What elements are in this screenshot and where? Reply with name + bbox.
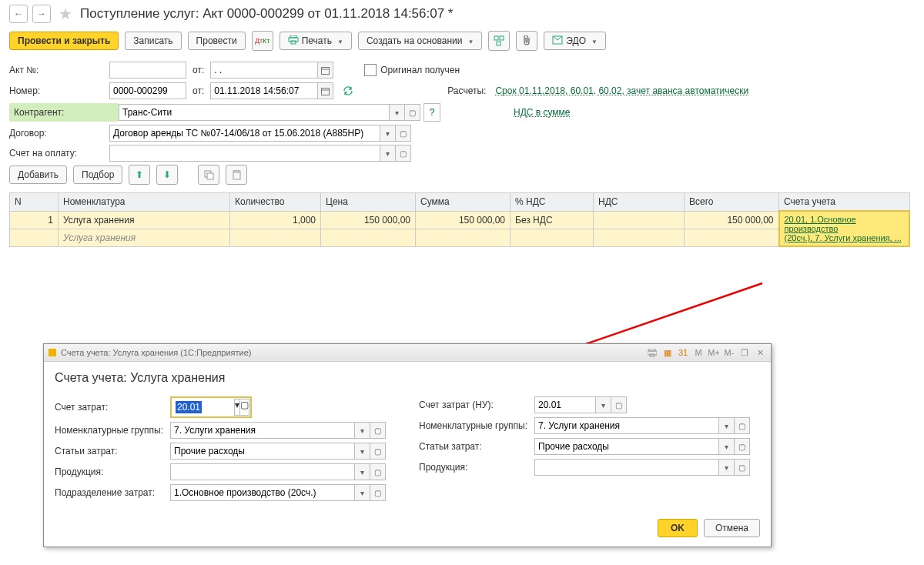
col-nomen[interactable]: Номенклатура (59, 193, 230, 212)
open-icon[interactable]: ▢ (735, 459, 750, 476)
favorite-star-icon[interactable]: ★ (59, 5, 72, 23)
attachment-icon[interactable] (516, 31, 537, 51)
dropdown-icon[interactable]: ▾ (380, 125, 396, 142)
dropdown-icon[interactable]: ▾ (355, 443, 370, 460)
svg-rect-4 (500, 36, 504, 40)
dlg-close-icon[interactable]: ✕ (754, 346, 766, 359)
refresh-icon[interactable] (338, 82, 358, 100)
dlg-mplus-icon[interactable]: M+ (708, 346, 720, 359)
open-icon[interactable]: ▢ (370, 463, 386, 480)
nds-link[interactable]: НДС в сумме (514, 107, 571, 118)
col-accounts[interactable]: Счета учета (779, 193, 910, 212)
cell-accounts[interactable]: 20.01, 1.Основное производство (20сч.), … (779, 211, 910, 246)
cell-sum: 150 000,00 (416, 211, 511, 229)
col-n[interactable]: N (10, 193, 59, 212)
open-icon[interactable]: ▢ (396, 145, 411, 162)
col-qty[interactable]: Количество (230, 193, 321, 212)
contract-input[interactable] (109, 125, 380, 142)
number-input[interactable] (109, 82, 186, 99)
counterparty-label: Контрагент: (9, 103, 119, 122)
print-button[interactable]: Печать (280, 32, 352, 50)
move-up-icon[interactable]: ⬆ (129, 165, 150, 185)
paste-icon[interactable] (226, 165, 247, 185)
structure-icon[interactable] (488, 31, 510, 51)
dropdown-icon[interactable]: ▾ (390, 104, 405, 121)
open-icon[interactable]: ▢ (370, 443, 386, 460)
col-sum[interactable]: Сумма (416, 193, 511, 212)
invoice-input[interactable] (109, 145, 380, 162)
create-based-button[interactable]: Создать на основании (358, 32, 482, 50)
original-received-checkbox[interactable]: Оригинал получен (364, 64, 460, 76)
open-icon[interactable]: ▢ (611, 396, 627, 413)
cell-nomen: Услуга хранения (59, 211, 230, 229)
post-and-close-button[interactable]: Провести и закрыть (9, 32, 119, 50)
dropdown-icon[interactable]: ▾ (355, 422, 370, 439)
table-row[interactable]: 1 Услуга хранения 1,000 150 000,00 150 0… (10, 211, 910, 229)
dialog-window-title: Счета учета: Услуга хранения (1С:Предпри… (61, 348, 252, 357)
dropdown-icon[interactable]: ▾ (719, 417, 735, 434)
dt-kt-icon[interactable]: ДтКт (252, 31, 273, 51)
nomen-grp-nu-input[interactable] (534, 417, 719, 434)
nav-back-button[interactable]: ← (9, 5, 28, 23)
copy-icon[interactable] (198, 165, 219, 185)
dialog-cancel-button[interactable]: Отмена (704, 519, 760, 537)
pick-button[interactable]: Подбор (73, 165, 122, 184)
calc-link[interactable]: Срок 01.11.2018, 60.01, 60.02, зачет ава… (495, 85, 748, 96)
col-total[interactable]: Всего (685, 193, 779, 212)
post-button[interactable]: Провести (188, 32, 246, 50)
dlg-cal-icon[interactable]: ▦ (661, 346, 674, 359)
act-no-label: Акт №: (9, 65, 109, 75)
col-nds-pct[interactable]: % НДС (511, 193, 594, 212)
move-down-icon[interactable]: ⬇ (156, 165, 178, 185)
dept-input[interactable] (170, 484, 355, 501)
nomen-grp-input[interactable] (170, 422, 355, 439)
cost-item-nu-input[interactable] (534, 438, 719, 455)
cost-acc-nu-label: Счет затрат (НУ): (419, 400, 534, 410)
table-row-sub[interactable]: Услуга хранения (10, 229, 910, 246)
product-nu-input[interactable] (534, 459, 719, 476)
calendar-icon[interactable] (318, 62, 333, 79)
save-button[interactable]: Записать (125, 32, 181, 50)
edo-button[interactable]: ЭДО (544, 32, 606, 50)
dlg-m-icon[interactable]: M (692, 346, 705, 359)
open-icon[interactable]: ▢ (735, 417, 750, 434)
cost-acc-input[interactable]: 20.01 (176, 401, 202, 413)
act-date-input[interactable] (210, 62, 318, 79)
open-icon[interactable]: ▢ (735, 438, 750, 455)
cell-price: 150 000,00 (321, 211, 416, 229)
cell-nds (594, 211, 685, 229)
cell-nomen-sub: Услуга хранения (59, 229, 230, 246)
svg-rect-9 (322, 88, 330, 95)
col-nds[interactable]: НДС (594, 193, 685, 212)
dropdown-icon[interactable]: ▾ (719, 459, 735, 476)
dlg-cal2-icon[interactable]: 31 (677, 346, 689, 359)
open-icon[interactable]: ▢ (370, 484, 386, 501)
open-icon[interactable]: ▢ (396, 125, 411, 142)
cost-item-input[interactable] (170, 443, 355, 460)
dropdown-icon[interactable]: ▾ (355, 484, 370, 501)
dropdown-icon[interactable]: ▾ (355, 463, 370, 480)
product-input[interactable] (170, 463, 355, 480)
dlg-restore-icon[interactable]: ❐ (738, 346, 751, 359)
open-icon[interactable]: ▢ (370, 422, 386, 439)
col-price[interactable]: Цена (321, 193, 416, 212)
dlg-print-icon[interactable] (646, 346, 658, 359)
nav-fwd-button[interactable]: → (32, 5, 51, 23)
open-icon[interactable]: ▢ (405, 104, 420, 121)
help-icon[interactable]: ? (424, 103, 440, 122)
counterparty-input[interactable] (119, 104, 390, 121)
number-date-input[interactable] (210, 82, 318, 99)
calendar-icon[interactable] (318, 82, 333, 99)
cell-n: 1 (10, 211, 59, 229)
dialog-ok-button[interactable]: OK (658, 519, 698, 537)
add-row-button[interactable]: Добавить (9, 165, 67, 184)
cost-acc-nu-input[interactable] (534, 396, 596, 413)
dropdown-icon[interactable]: ▾ (596, 396, 611, 413)
calc-label: Расчеты: (447, 85, 486, 96)
dropdown-icon[interactable]: ▾ (380, 145, 396, 162)
dropdown-icon[interactable]: ▾ (719, 438, 735, 455)
dlg-mminus-icon[interactable]: M- (723, 346, 735, 359)
dropdown-icon[interactable]: ▾ (234, 399, 240, 416)
open-icon[interactable]: ▢ (240, 399, 249, 416)
act-no-input[interactable] (109, 62, 186, 79)
